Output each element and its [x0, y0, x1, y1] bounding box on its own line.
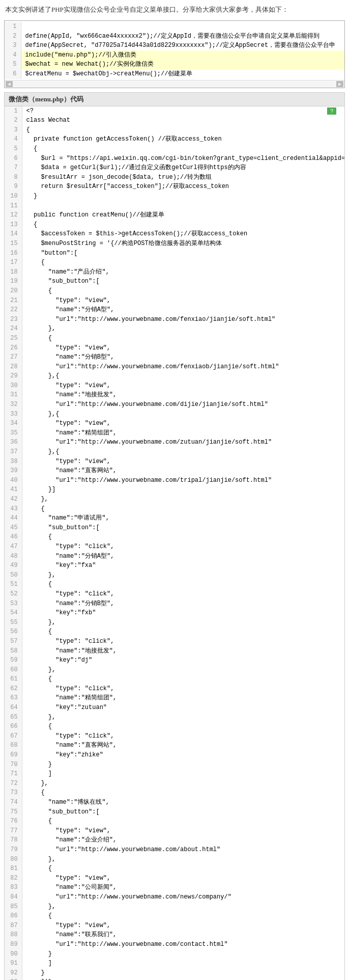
line-number: 58	[5, 646, 22, 656]
line-number: 6	[5, 69, 21, 79]
line-code: ]'},	[22, 977, 344, 980]
line-number: 66	[5, 722, 22, 731]
line-number: 55	[5, 618, 22, 628]
line-code: class Wechat	[22, 116, 344, 125]
copy-button[interactable]: ?	[327, 107, 336, 115]
scroll-left-arrow[interactable]: ◄	[6, 81, 13, 87]
line-code: {	[22, 220, 344, 230]
line-number: 71	[5, 769, 22, 779]
line-code: return $resultArr["access_token"];//获取ac…	[22, 182, 344, 192]
section-title: 微信类（menu.php）代码	[4, 92, 345, 106]
line-number: 36	[5, 438, 22, 447]
line-code: "name":"分销A型",	[22, 305, 344, 315]
line-number: 5	[5, 144, 22, 154]
line-number: 78	[5, 835, 22, 845]
line-number: 48	[5, 552, 22, 561]
line-code: "name":"产品介绍",	[22, 267, 344, 277]
line-code: "type": "click",	[22, 637, 344, 646]
line-number: 80	[5, 855, 22, 864]
line-number: 42	[5, 495, 22, 504]
scroll-right-arrow[interactable]: ►	[336, 81, 343, 87]
line-number: 34	[5, 419, 22, 428]
line-code: },{	[22, 371, 344, 381]
line-number: 87	[5, 921, 22, 931]
line-code: "button":[	[22, 249, 344, 258]
line-number: 32	[5, 400, 22, 410]
line-number: 49	[5, 561, 22, 570]
main-code-container[interactable]: 1<?2class Wechat3{4 private function get…	[5, 106, 344, 980]
line-number: 50	[5, 570, 22, 580]
line-code: "type": "view",	[22, 921, 344, 931]
line-code: "key":"fxb"	[22, 608, 344, 618]
line-code: ]	[22, 959, 344, 968]
top-scroll-bar: ◄ ►	[5, 80, 344, 88]
line-code	[21, 22, 344, 32]
line-code: "name":"分销B型",	[22, 599, 344, 609]
line-code: "name":"地接批发",	[22, 646, 344, 656]
line-number: 84	[5, 892, 22, 902]
line-number: 90	[5, 949, 22, 959]
line-code: "name":"联系我们",	[22, 930, 344, 940]
line-code: <?	[22, 106, 344, 116]
line-code: "url":"http://www.yourwebname.com/about.…	[22, 845, 344, 855]
line-code: },	[22, 855, 344, 864]
intro-text: 本文实例讲述了PHP实现微信公众号企业号自定义菜单接口。分享给大家供大家参考，具…	[5, 6, 288, 13]
line-code: "name":"公司新闻",	[22, 883, 344, 892]
line-code: "name":"直客网站",	[22, 741, 344, 750]
line-code: "key":"zutuan"	[22, 703, 344, 713]
line-number: 91	[5, 959, 22, 968]
line-code: $creatMenu = $wechatObj->creatMenu();//创…	[21, 69, 344, 79]
line-number: 27	[5, 352, 22, 362]
line-number: 70	[5, 760, 22, 770]
line-code: "key":"dj"	[22, 656, 344, 665]
line-code: },	[22, 324, 344, 334]
line-number: 31	[5, 390, 22, 400]
line-number: 63	[5, 693, 22, 703]
line-number: 4	[5, 134, 22, 144]
line-code: "name":"博纵在线",	[22, 798, 344, 807]
line-code: "url":"http://www.yourwebname.com/contac…	[22, 940, 344, 949]
line-number: 1	[5, 22, 21, 32]
line-code: {	[22, 911, 344, 921]
line-code: {	[22, 722, 344, 731]
line-number: 60	[5, 665, 22, 675]
line-number: 19	[5, 277, 22, 286]
line-code: {	[22, 286, 344, 296]
line-number: 39	[5, 466, 22, 476]
line-code: {	[22, 788, 344, 798]
line-number: 73	[5, 788, 22, 798]
line-number: 75	[5, 807, 22, 817]
line-number: 20	[5, 286, 22, 296]
line-number: 4	[5, 50, 21, 60]
main-code-block: ? 1<?2class Wechat3{4 private function g…	[4, 106, 345, 980]
line-code: $resultArr = json_decode($data, true);//…	[22, 173, 344, 182]
line-code: {	[22, 258, 344, 267]
line-number: 13	[5, 220, 22, 230]
line-code: "type": "click",	[22, 684, 344, 694]
line-code: "sub_button":[	[22, 523, 344, 533]
line-number: 47	[5, 542, 22, 552]
line-code	[22, 201, 344, 211]
line-number: 92	[5, 968, 22, 978]
line-code: }	[22, 949, 344, 959]
line-code: ]	[22, 769, 344, 779]
line-number: 37	[5, 447, 22, 457]
line-code: "type": "view",	[22, 381, 344, 391]
line-code: $accessToken = $this->getAccessToken();/…	[22, 229, 344, 239]
line-code: "name":"地接批发",	[22, 390, 344, 400]
line-number: 77	[5, 826, 22, 836]
line-number: 22	[5, 305, 22, 315]
line-number: 89	[5, 940, 22, 949]
line-number: 74	[5, 798, 22, 807]
intro-paragraph: 本文实例讲述了PHP实现微信公众号企业号自定义菜单接口。分享给大家供大家参考，具…	[0, 0, 349, 18]
line-code: "url":"http://www.yourwebname.com/tripal…	[22, 476, 344, 485]
line-number: 56	[5, 627, 22, 637]
line-number: 76	[5, 816, 22, 826]
line-number: 35	[5, 428, 22, 438]
line-code: {	[22, 532, 344, 542]
line-number: 24	[5, 324, 22, 334]
line-code: "type": "view",	[22, 343, 344, 353]
line-code: "type": "view",	[22, 826, 344, 836]
line-code: define(AppSecret, "d77025a714d443a01d822…	[21, 41, 344, 50]
line-number: 30	[5, 381, 22, 391]
